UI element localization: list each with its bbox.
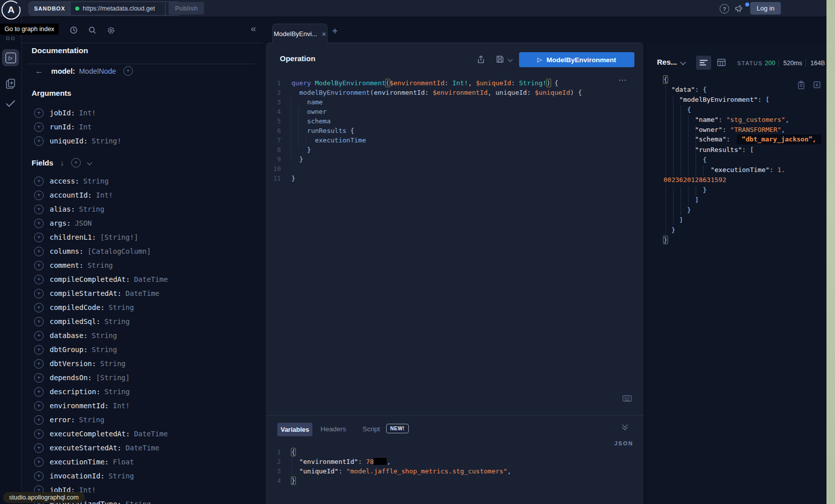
- add-field-icon[interactable]: [34, 457, 44, 467]
- response-body[interactable]: { "data": { "modelByEnvironment": [ { "n…: [663, 74, 821, 245]
- field-row[interactable]: database: String: [21, 328, 262, 343]
- add-field-icon[interactable]: [34, 401, 44, 411]
- search-button[interactable]: [88, 26, 96, 36]
- share-operation-button[interactable]: [477, 55, 485, 65]
- announcements-button[interactable]: [734, 4, 744, 15]
- argument-row[interactable]: uniqueId: String!: [21, 134, 262, 148]
- add-field-icon[interactable]: [123, 66, 133, 76]
- add-field-icon[interactable]: [34, 261, 44, 270]
- doc-field-type-link[interactable]: ModelNode: [79, 67, 116, 75]
- add-field-icon[interactable]: [34, 177, 44, 186]
- collapse-section-button[interactable]: [623, 424, 627, 429]
- publish-button[interactable]: Publish: [169, 2, 204, 15]
- field-row[interactable]: accountId: Int!: [21, 188, 262, 202]
- save-operation-button[interactable]: [496, 55, 504, 65]
- endpoint-url-input[interactable]: https://metadata.cloud.get: [71, 2, 165, 15]
- field-row[interactable]: dependsOn: [String]: [21, 371, 262, 385]
- sort-descending-icon[interactable]: ↓: [60, 158, 64, 167]
- field-row[interactable]: columns: [CatalogColumn]: [21, 244, 262, 258]
- tab-variables[interactable]: Variables: [277, 423, 312, 436]
- argument-type: Int: [79, 123, 92, 131]
- add-all-fields-icon[interactable]: [71, 158, 81, 167]
- field-row[interactable]: environmentId: Int!: [21, 399, 262, 413]
- new-tab-button[interactable]: +: [332, 26, 338, 36]
- operation-panel-title: Operation: [280, 54, 315, 63]
- doc-breadcrumb-row: ← model: ModelNode: [35, 66, 133, 76]
- add-field-icon[interactable]: [34, 387, 44, 397]
- sidebar-item-explorer[interactable]: ▷: [2, 49, 19, 66]
- field-row[interactable]: args: JSON: [21, 216, 262, 230]
- field-row[interactable]: compiledCode: String: [21, 300, 262, 314]
- run-operation-button[interactable]: ▷ ModelByEnvironment: [519, 52, 634, 67]
- add-argument-icon[interactable]: [34, 108, 44, 118]
- add-field-icon[interactable]: [34, 345, 44, 355]
- field-row[interactable]: compiledSql: String: [21, 314, 262, 328]
- field-row[interactable]: executeStartedAt: DateTime: [21, 441, 262, 455]
- apollo-studio-app: SANDBOX https://metadata.cloud.get Publi…: [0, 0, 835, 504]
- add-argument-icon[interactable]: [34, 122, 44, 132]
- add-field-icon[interactable]: [34, 317, 44, 326]
- keyboard-shortcuts-button[interactable]: [622, 395, 632, 403]
- add-field-icon[interactable]: [34, 331, 44, 341]
- add-field-icon[interactable]: [34, 303, 44, 312]
- add-argument-icon[interactable]: [34, 136, 44, 146]
- table-view-toggle[interactable]: [717, 59, 726, 68]
- field-row[interactable]: executeCompletedAt: DateTime: [21, 427, 262, 441]
- add-field-icon[interactable]: [34, 443, 44, 453]
- apollo-logo[interactable]: A: [2, 1, 21, 20]
- add-field-icon[interactable]: [34, 219, 44, 228]
- add-field-icon[interactable]: [34, 359, 44, 369]
- response-menu-chevron-icon[interactable]: [680, 59, 686, 65]
- operation-editor[interactable]: 1query ModelByEnvironment($environmentId…: [266, 78, 643, 183]
- code-line: 5 schema: [266, 116, 643, 126]
- add-field-icon[interactable]: [34, 191, 44, 200]
- field-row[interactable]: alias: String: [21, 202, 262, 216]
- tab-modelbyenvironment[interactable]: ModelByEnvi... ×: [272, 24, 327, 44]
- history-button[interactable]: [70, 26, 78, 36]
- field-row[interactable]: dbtGroup: String: [21, 343, 262, 357]
- field-row[interactable]: executionTime: Float: [21, 455, 262, 469]
- chevron-down-icon[interactable]: [87, 160, 92, 165]
- add-field-icon[interactable]: [34, 233, 44, 242]
- add-field-icon[interactable]: [34, 205, 44, 214]
- operation-more-menu[interactable]: ⋯: [618, 75, 627, 85]
- help-button[interactable]: ?: [720, 4, 729, 14]
- sidebar-item-checks[interactable]: [6, 100, 16, 109]
- variables-editor[interactable]: 1{2 "environmentId": 78,3 "uniqueId": "m…: [266, 447, 643, 485]
- code-line: 4}: [266, 476, 643, 485]
- field-row[interactable]: childrenL1: [String!]: [21, 230, 262, 244]
- field-row[interactable]: dbtVersion: String: [21, 357, 262, 371]
- add-field-icon[interactable]: [34, 415, 44, 425]
- formatted-view-toggle[interactable]: [696, 56, 711, 70]
- back-arrow-icon[interactable]: ←: [35, 67, 43, 75]
- add-field-icon[interactable]: [34, 247, 44, 256]
- field-row[interactable]: error: String: [21, 413, 262, 427]
- field-type: String: [83, 177, 109, 185]
- add-field-icon[interactable]: [34, 275, 44, 284]
- field-row[interactable]: compileCompletedAt: DateTime: [21, 272, 262, 286]
- graph-icon[interactable]: [6, 37, 10, 40]
- field-row[interactable]: access: String: [21, 174, 262, 188]
- argument-row[interactable]: jobId: Int!: [21, 106, 262, 120]
- field-name: invocationId:: [50, 472, 105, 480]
- save-menu-chevron-icon[interactable]: [508, 57, 513, 62]
- field-row[interactable]: comment: String: [21, 258, 262, 272]
- save-icon: [496, 55, 504, 63]
- settings-button[interactable]: [107, 26, 115, 36]
- add-field-icon[interactable]: [34, 471, 44, 481]
- add-field-icon[interactable]: [34, 289, 44, 298]
- field-row[interactable]: description: String: [21, 385, 262, 399]
- add-field-icon[interactable]: [34, 429, 44, 439]
- collapse-panel-button[interactable]: «: [251, 24, 256, 33]
- response-panel-title[interactable]: Res...: [657, 58, 677, 66]
- sidebar-item-operation-collections[interactable]: [5, 78, 16, 91]
- argument-row[interactable]: runId: Int: [21, 120, 262, 134]
- field-type: String: [100, 360, 126, 368]
- tab-script[interactable]: Script: [363, 425, 380, 433]
- add-field-icon[interactable]: [34, 373, 44, 383]
- field-row[interactable]: compileStartedAt: DateTime: [21, 286, 262, 300]
- tab-close-icon[interactable]: ×: [321, 30, 326, 38]
- field-row[interactable]: invocationId: String: [21, 469, 262, 483]
- login-button[interactable]: Log in: [750, 2, 781, 15]
- tab-headers[interactable]: Headers: [320, 425, 346, 433]
